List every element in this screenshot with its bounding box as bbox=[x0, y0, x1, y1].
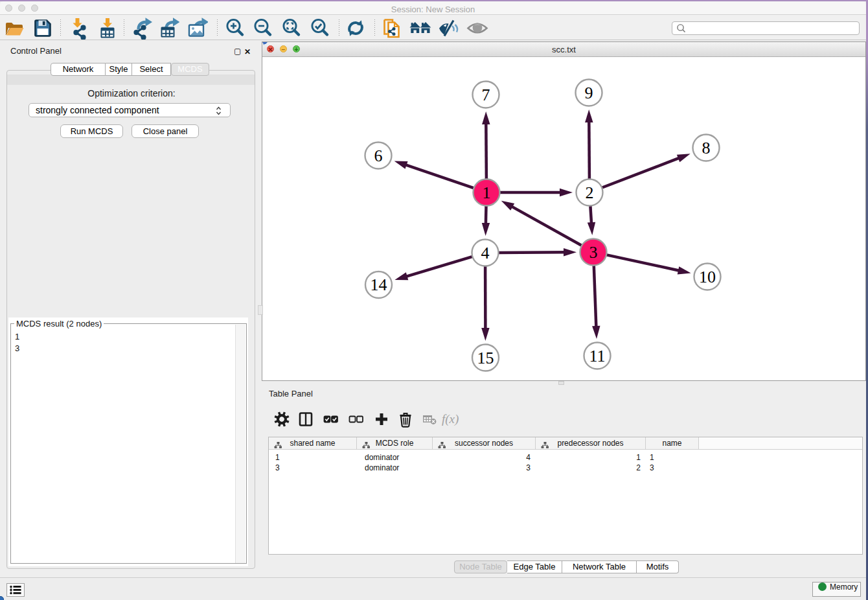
svg-text:7: 7 bbox=[482, 86, 490, 104]
svg-text:1: 1 bbox=[483, 183, 491, 202]
svg-text:f(x): f(x) bbox=[442, 412, 459, 426]
svg-text:15: 15 bbox=[477, 349, 494, 367]
svg-text:3: 3 bbox=[589, 243, 598, 262]
svg-text:6: 6 bbox=[374, 146, 383, 165]
svg-text:8: 8 bbox=[702, 139, 711, 157]
svg-text:2: 2 bbox=[586, 183, 594, 202]
svg-text:14: 14 bbox=[371, 275, 387, 294]
svg-text:10: 10 bbox=[699, 268, 716, 286]
svg-text:4: 4 bbox=[481, 244, 490, 262]
svg-text:9: 9 bbox=[585, 84, 593, 102]
svg-text:11: 11 bbox=[589, 347, 605, 365]
